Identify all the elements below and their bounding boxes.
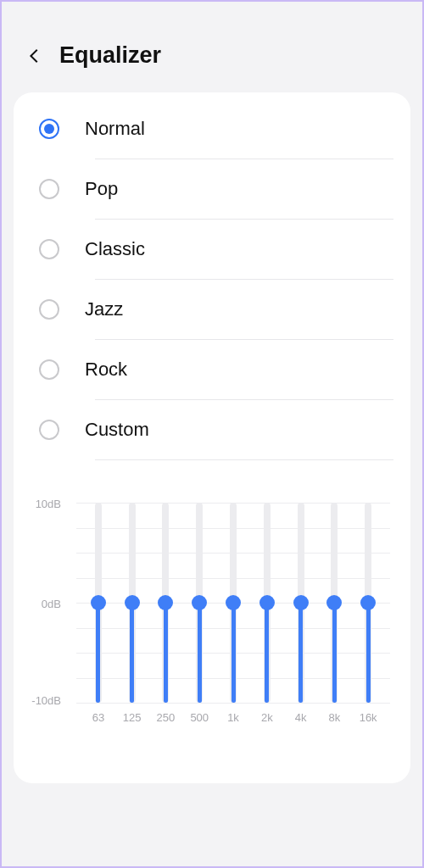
freq-label-8k: 8k <box>317 711 351 724</box>
eq-slider-1k[interactable] <box>216 503 250 703</box>
freq-label-2k: 2k <box>250 711 284 724</box>
y-axis-zero: 0dB <box>25 598 61 610</box>
preset-jazz[interactable]: Jazz <box>14 280 410 339</box>
freq-label-4k: 4k <box>284 711 318 724</box>
preset-label: Custom <box>85 419 149 441</box>
eq-slider-500[interactable] <box>182 503 216 703</box>
radio-pop[interactable] <box>39 179 59 199</box>
eq-slider-16k[interactable] <box>351 503 385 703</box>
radio-custom[interactable] <box>39 420 59 440</box>
slider-fill <box>298 603 303 703</box>
y-axis-min: -10dB <box>25 694 61 707</box>
slider-fill <box>232 603 236 703</box>
radio-rock[interactable] <box>39 359 59 380</box>
page-title: Equalizer <box>59 42 161 69</box>
slider-fill <box>130 603 134 703</box>
equalizer-chart: 10dB 0dB -10dB 631252505001k2k4k8k16k <box>14 460 410 732</box>
preset-classic[interactable]: Classic <box>14 220 410 279</box>
slider-fill <box>164 603 168 703</box>
eq-slider-250[interactable] <box>149 503 183 703</box>
slider-fill <box>265 603 269 703</box>
slider-fill <box>198 603 202 703</box>
y-axis-max: 10dB <box>25 498 61 510</box>
preset-label: Jazz <box>85 298 123 320</box>
slider-knob[interactable] <box>192 595 207 610</box>
slider-knob[interactable] <box>360 595 376 610</box>
preset-pop[interactable]: Pop <box>14 159 410 219</box>
slider-knob[interactable] <box>226 595 241 610</box>
freq-label-500: 500 <box>182 711 216 724</box>
slider-knob[interactable] <box>125 595 140 610</box>
eq-slider-2k[interactable] <box>250 503 284 703</box>
slider-knob[interactable] <box>326 595 342 610</box>
slider-fill <box>96 603 100 703</box>
radio-jazz[interactable] <box>39 299 59 320</box>
preset-label: Normal <box>85 118 145 140</box>
freq-label-125: 125 <box>115 711 149 724</box>
preset-label: Classic <box>85 238 145 260</box>
freq-label-16k: 16k <box>351 711 385 724</box>
preset-list: NormalPopClassicJazzRockCustom <box>14 99 410 460</box>
slider-fill <box>332 603 337 703</box>
back-icon[interactable] <box>25 47 44 65</box>
slider-fill <box>366 603 371 703</box>
slider-knob[interactable] <box>91 595 106 610</box>
preset-label: Rock <box>85 359 127 381</box>
preset-normal[interactable]: Normal <box>14 99 410 159</box>
equalizer-card: NormalPopClassicJazzRockCustom 10dB 0dB … <box>14 92 410 783</box>
eq-slider-8k[interactable] <box>317 503 351 703</box>
preset-label: Pop <box>85 178 118 200</box>
radio-normal[interactable] <box>39 119 59 139</box>
eq-slider-125[interactable] <box>115 503 149 703</box>
eq-slider-4k[interactable] <box>284 503 318 703</box>
slider-knob[interactable] <box>259 595 275 610</box>
freq-label-63: 63 <box>81 711 115 724</box>
freq-label-250: 250 <box>149 711 183 724</box>
freq-label-1k: 1k <box>216 711 250 724</box>
preset-custom[interactable]: Custom <box>14 400 410 459</box>
radio-classic[interactable] <box>39 239 59 259</box>
slider-knob[interactable] <box>293 595 309 610</box>
slider-knob[interactable] <box>158 595 173 610</box>
eq-slider-63[interactable] <box>81 503 115 703</box>
preset-rock[interactable]: Rock <box>14 340 410 399</box>
